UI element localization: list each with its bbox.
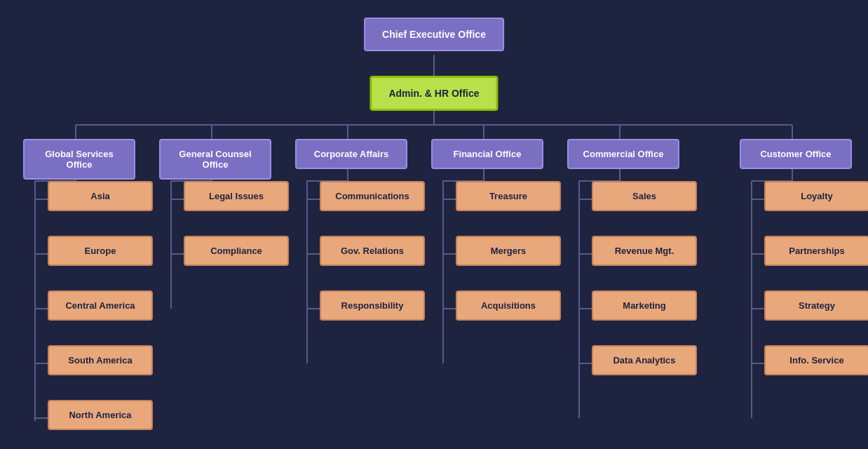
dept-general-counsel: General Counsel Office [159,139,271,180]
sub-north-america: North America [48,400,153,430]
sub-partnerships: Partnerships [764,236,868,266]
sub-loyalty: Loyalty [764,181,868,211]
dept-global-services: Global Services Office [23,139,135,180]
dept-global-services-label: Global Services Office [23,139,135,180]
sub-gov-relations: Gov. Relations [320,236,425,266]
dept-customer-label: Customer Office [740,139,852,169]
sub-treasure: Treasure [456,181,561,211]
sub-strategy: Strategy [764,290,868,321]
sub-sales: Sales [592,181,697,211]
sub-responsibility: Responsibility [320,290,425,321]
sub-communications: Communications [320,181,425,211]
dept-corporate-affairs: Corporate Affairs [295,139,407,169]
sub-mergers: Mergers [456,236,561,266]
sub-acquisitions: Acquisitions [456,290,561,321]
sub-compliance: Compliance [184,236,289,266]
dept-customer: Customer Office [740,139,852,169]
sub-data-analytics: Data Analytics [592,345,697,375]
ceo-label: Chief Executive Office [364,18,504,51]
sub-europe: Europe [48,236,153,266]
admin-node: Admin. & HR Office [369,76,498,111]
ceo-node: Chief Executive Office [364,18,504,51]
sub-revenue-mgt: Revenue Mgt. [592,236,697,266]
org-chart: Chief Executive Office Admin. & HR Offic… [0,0,868,449]
dept-commercial: Commercial Office [567,139,679,169]
dept-corporate-affairs-label: Corporate Affairs [295,139,407,169]
sub-legal-issues: Legal Issues [184,181,289,211]
dept-commercial-label: Commercial Office [567,139,679,169]
sub-south-america: South America [48,345,153,375]
dept-general-counsel-label: General Counsel Office [159,139,271,180]
dept-financial: Financial Office [431,139,543,169]
admin-label: Admin. & HR Office [369,76,498,111]
sub-marketing: Marketing [592,290,697,321]
dept-financial-label: Financial Office [431,139,543,169]
sub-asia: Asia [48,181,153,211]
sub-central-america: Central America [48,290,153,321]
sub-info-service: Info. Service [764,345,868,375]
